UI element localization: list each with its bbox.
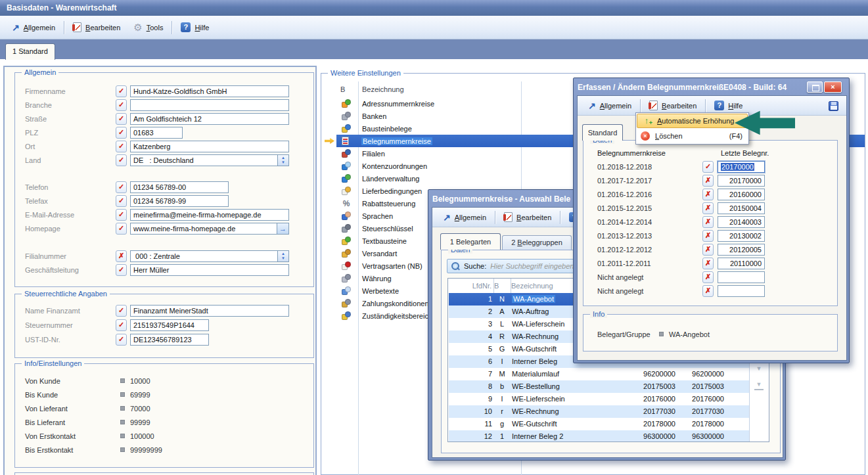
input-value: DE : Deutschland — [133, 156, 194, 164]
tab-standard-edit[interactable]: Standard — [582, 124, 623, 141]
checked-flag-icon[interactable]: ✓ — [116, 334, 127, 346]
input-branche[interactable] — [130, 99, 289, 111]
input-ort[interactable]: Katzenberg — [130, 141, 289, 152]
table-row-interner-beleg-2[interactable]: 121Interner Beleg 29630000096300000 — [449, 430, 749, 442]
cell-nr: 7 — [450, 368, 492, 380]
input-land[interactable]: DE : Deutschland▲▼ — [130, 154, 289, 166]
info-belegart-label: Belegart/Gruppe — [597, 330, 651, 338]
input-telefax[interactable]: 01234 56789-99 — [130, 195, 229, 207]
open-link-button[interactable]: → — [277, 223, 288, 234]
settings-item-label: Banken — [362, 112, 386, 120]
table-row-we-rechnung[interactable]: 10rWE-Rechnung2017703020177030 — [449, 405, 749, 418]
input-value: 01234 56789-99 — [133, 197, 186, 205]
menu-allgemein[interactable]: ↗ Allgemein — [582, 99, 638, 112]
address-numbers-icon — [342, 99, 351, 108]
table-row-materialumlauf[interactable]: 7MMaterialumlauf9620000096200000 — [449, 368, 749, 380]
cell-n2: 20176000 — [677, 393, 724, 405]
last-number-input-0[interactable]: 20170000 — [718, 161, 765, 173]
last-number-input-3[interactable]: 20150004 — [718, 202, 765, 214]
spinner-button[interactable]: ▲▼ — [277, 155, 288, 166]
cleared-flag-icon[interactable]: ✗ — [702, 189, 714, 200]
tab-standard[interactable]: 1 Standard — [5, 43, 55, 60]
field-label-homepage: Homepage — [25, 225, 60, 233]
last-number-input-7[interactable]: 20110000 — [718, 258, 765, 269]
tab-beleggruppen[interactable]: 2 Beleggruppen — [502, 235, 572, 250]
last-number-input-4[interactable]: 20140003 — [718, 216, 765, 228]
cleared-flag-icon[interactable]: ✗ — [702, 285, 714, 297]
save-icon[interactable] — [829, 101, 838, 111]
menu-item-automatische-erhoehung[interactable]: ↑ Automatische Erhöhung — [637, 114, 748, 128]
input-telefon[interactable]: 01234 56789-00 — [130, 181, 229, 193]
checked-flag-icon[interactable]: ✓ — [116, 209, 127, 221]
checked-flag-icon[interactable]: ✓ — [116, 127, 127, 139]
spinner-button[interactable]: ▲▼ — [277, 251, 288, 261]
input-firmenname[interactable]: Hund-Katze-Goldfisch GmbH — [130, 85, 289, 97]
checked-flag-icon[interactable]: ✓ — [116, 195, 127, 207]
menu-bearbeiten[interactable]: Bearbeiten — [643, 99, 703, 112]
checked-flag-icon[interactable]: ✓ — [116, 181, 127, 193]
table-row-we-bestellung[interactable]: 8bWE-Bestellung2017500320175003 — [449, 380, 749, 393]
checked-flag-icon[interactable]: ✓ — [116, 141, 127, 152]
cell-name: WE-Rechnung — [512, 405, 626, 418]
table-row-we-lieferschein[interactable]: 9lWE-Lieferschein2017600020176000 — [449, 393, 749, 405]
edit-document-icon — [504, 212, 513, 222]
restore-button[interactable] — [807, 81, 823, 93]
last-number-input-8[interactable] — [718, 271, 765, 283]
cleared-flag-icon[interactable]: ✗ — [702, 216, 714, 228]
menu-hilfe[interactable]: ? Hilfe — [708, 99, 749, 112]
input-value: 01234 56789-00 — [133, 183, 186, 191]
input-e-mail-adresse[interactable]: meinefirma@meine-firma-homepage.de — [130, 209, 289, 221]
scroll-down-page-icon[interactable]: ▼ — [754, 365, 764, 374]
range-label-4: 01.2014-12.2014 — [597, 218, 652, 226]
input-filialnummer[interactable]: 000 : Zentrale▲▼ — [130, 250, 289, 262]
menu-item-loeschen[interactable]: × Löschen (F4) — [637, 128, 748, 143]
input-straße[interactable]: Am Goldfischteich 12 — [130, 113, 289, 125]
field-label-plz: PLZ — [25, 129, 38, 137]
input-ust-id-nr[interactable]: DE123456789123 — [130, 334, 209, 346]
cleared-flag-icon[interactable]: ✗ — [702, 202, 714, 214]
menu-hilfe[interactable]: ? Hilfe — [174, 20, 216, 34]
input-plz[interactable]: 01683 — [130, 127, 183, 139]
last-number-input-9[interactable] — [718, 285, 765, 297]
scroll-end-icon[interactable]: ▼ — [754, 381, 764, 390]
table-row-we-gutschrift[interactable]: 11gWE-Gutschrift2017800020178000 — [449, 418, 749, 430]
tab-belegarten[interactable]: 1 Belegarten — [440, 233, 501, 250]
checked-flag-icon[interactable]: ✓ — [116, 305, 127, 317]
checked-flag-icon[interactable]: ✓ — [116, 113, 127, 125]
cell-nr: 1 — [450, 293, 492, 305]
input-geschäftsleitung[interactable]: Herr Müller — [130, 264, 289, 276]
checked-flag-icon[interactable]: ✓ — [116, 264, 127, 276]
last-number-input-1[interactable]: 20170000 — [718, 175, 765, 187]
last-number-input-2[interactable]: 20160000 — [718, 189, 765, 200]
cleared-flag-icon[interactable]: ✗ — [116, 250, 127, 262]
input-name-finanzamt[interactable]: Finanzamt MeinerStadt — [130, 305, 289, 317]
group-allgemein-legend: Allgemein — [22, 68, 58, 76]
menu-allgemein[interactable]: ↗ Allgemein — [5, 21, 62, 34]
checked-flag-icon[interactable]: ✓ — [116, 85, 127, 97]
cell-n1: 96200000 — [628, 368, 675, 380]
menu-bearbeiten[interactable]: Bearbeiten — [497, 210, 558, 224]
menu-allgemein[interactable]: ↗ Allgemein — [436, 211, 493, 224]
search-placeholder: Hier Suchbegriff eingeben — [490, 262, 574, 270]
cleared-flag-icon[interactable]: ✗ — [702, 244, 714, 256]
input-steuernummer[interactable]: 2151937549P1644 — [130, 319, 209, 331]
cleared-flag-icon[interactable]: ✗ — [702, 258, 714, 269]
input-homepage[interactable]: www.meine-firma-homepage.de→ — [130, 223, 289, 235]
range-label-2: 01.2016-12.2016 — [597, 191, 652, 198]
settings-item-label: Länderverwaltung — [362, 175, 419, 183]
close-button[interactable]: × — [824, 81, 842, 93]
last-number-input-5[interactable]: 20130002 — [718, 230, 765, 242]
cleared-flag-icon[interactable]: ✗ — [702, 271, 714, 283]
cleared-flag-icon[interactable]: ✗ — [702, 230, 714, 242]
cleared-flag-icon[interactable]: ✗ — [702, 175, 714, 187]
checked-flag-icon[interactable]: ✓ — [116, 223, 127, 235]
menu-bearbeiten[interactable]: Bearbeiten — [66, 20, 127, 34]
checked-flag-icon[interactable]: ✓ — [702, 161, 714, 173]
cell-nr: 2 — [450, 305, 492, 318]
field-label-ort: Ort — [25, 143, 35, 150]
last-number-input-6[interactable]: 20120005 — [718, 244, 765, 256]
menu-tools[interactable]: ⚙ Tools — [127, 20, 170, 34]
checked-flag-icon[interactable]: ✓ — [116, 154, 127, 166]
checked-flag-icon[interactable]: ✓ — [116, 319, 127, 331]
checked-flag-icon[interactable]: ✓ — [116, 99, 127, 111]
